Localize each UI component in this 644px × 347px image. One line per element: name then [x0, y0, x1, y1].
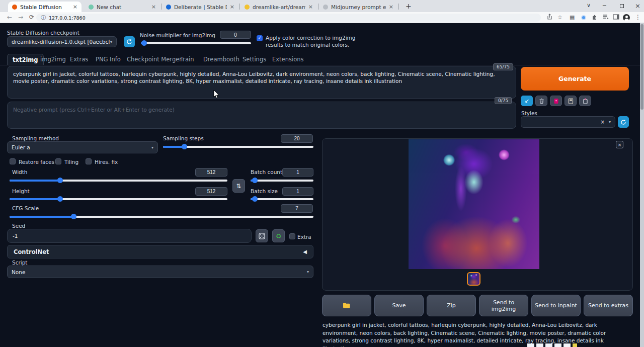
- chevron-down-icon[interactable]: ▾: [609, 120, 611, 124]
- tab-extensions[interactable]: Extensions: [272, 56, 303, 63]
- back-icon[interactable]: ←: [7, 14, 12, 21]
- tab-close-icon[interactable]: ×: [73, 4, 77, 10]
- script-dropdown[interactable]: None ▾: [7, 266, 313, 278]
- batch-count-slider[interactable]: [251, 178, 313, 184]
- browser-menu-chevron-icon[interactable]: ∨: [587, 2, 591, 9]
- tiling-label: Tiling: [64, 159, 78, 165]
- mouse-cursor: [213, 90, 220, 99]
- height-input[interactable]: [195, 187, 227, 196]
- window-close-icon[interactable]: ×: [635, 2, 640, 10]
- sampling-steps-input[interactable]: [281, 134, 313, 143]
- tab-close-icon[interactable]: ×: [389, 4, 393, 10]
- reload-icon[interactable]: ⟳: [29, 14, 34, 21]
- extra-seed-checkbox[interactable]: [289, 233, 295, 239]
- extra-networks-card-icon: [553, 98, 559, 104]
- negative-prompt-textarea[interactable]: [7, 102, 516, 129]
- playlist-icon[interactable]: [603, 14, 609, 20]
- open-folder-button[interactable]: [322, 295, 371, 316]
- controlnet-accordion[interactable]: ControlNet ◀: [7, 245, 313, 258]
- gallery-thumbnail-selected[interactable]: [467, 272, 480, 286]
- sampling-steps-label: Sampling steps: [163, 135, 204, 141]
- extra-networks-button[interactable]: [550, 96, 562, 106]
- forward-icon[interactable]: →: [18, 14, 23, 21]
- styles-dropdown[interactable]: × ▾: [521, 116, 615, 128]
- styles-refresh-button[interactable]: [618, 116, 629, 128]
- trash-icon: [539, 98, 544, 104]
- dice-icon: [259, 233, 265, 239]
- color-correction-checkbox[interactable]: [257, 35, 263, 41]
- tab-settings[interactable]: Settings: [243, 56, 266, 63]
- reuse-seed-button[interactable]: ♻: [272, 229, 285, 242]
- tab-close-icon[interactable]: ×: [230, 4, 234, 10]
- restore-faces-checkbox[interactable]: [10, 158, 16, 164]
- send-to-img2img-button[interactable]: Send to img2img: [479, 295, 528, 316]
- apply-style-button[interactable]: [579, 96, 591, 106]
- tab-img2img[interactable]: img2img: [40, 56, 66, 63]
- sampling-method-label: Sampling method: [12, 135, 59, 141]
- tab-checkpoint-merger[interactable]: Checkpoint Merger: [127, 56, 182, 63]
- gallery-close-button[interactable]: ×: [616, 141, 623, 148]
- paste-generation-params-button[interactable]: ↙: [521, 96, 533, 106]
- batch-count-label: Batch count: [251, 169, 282, 175]
- tab-close-icon[interactable]: ×: [308, 4, 313, 10]
- width-input[interactable]: [195, 168, 227, 177]
- share-icon[interactable]: [546, 14, 553, 20]
- address-bar[interactable]: ⓘ 127.0.0.1:7860: [36, 14, 541, 22]
- zip-button[interactable]: Zip: [427, 295, 476, 316]
- save-button[interactable]: Save: [374, 295, 424, 316]
- styles-clear-icon[interactable]: ×: [601, 119, 605, 125]
- browser-tab-new-chat[interactable]: New chat ×: [85, 2, 160, 12]
- tab-close-icon[interactable]: ×: [151, 4, 156, 10]
- seed-input[interactable]: [7, 229, 252, 243]
- window-restore-icon[interactable]: [620, 4, 624, 8]
- browser-tab-stable-diffusion[interactable]: Stable Diffusion ×: [8, 2, 82, 12]
- tab-extras[interactable]: Extras: [70, 56, 88, 63]
- new-tab-button[interactable]: +: [406, 2, 412, 10]
- batch-size-slider[interactable]: [251, 196, 313, 202]
- tab-dreambooth[interactable]: Dreambooth: [203, 56, 239, 63]
- media-grid-icon[interactable]: ▦: [570, 14, 575, 21]
- sampling-steps-slider[interactable]: [163, 144, 313, 150]
- extensions-puzzle-icon[interactable]: [592, 14, 598, 20]
- hires-fix-checkbox[interactable]: [86, 158, 92, 164]
- height-slider[interactable]: [10, 196, 227, 202]
- cfg-scale-input[interactable]: [281, 204, 313, 213]
- sidebar-panel-icon[interactable]: [613, 14, 619, 20]
- random-seed-button[interactable]: [256, 229, 268, 242]
- tab-png-info[interactable]: PNG Info: [96, 56, 121, 63]
- tab-separator: [161, 4, 162, 10]
- save-style-button[interactable]: [565, 96, 577, 106]
- tab-txt2img[interactable]: txt2img: [7, 54, 44, 65]
- page-scrollbar[interactable]: [640, 23, 644, 347]
- browser-tab-deliberate[interactable]: Deliberate | Stable Diffusion Che ×: [162, 2, 238, 12]
- noise-multiplier-input[interactable]: [220, 31, 251, 39]
- checkpoint-dropdown[interactable]: dreamlike-diffusion-1.0.ckpt [0aecbcfa2c…: [7, 36, 117, 47]
- tab-title: Deliberate | Stable Diffusion Che: [174, 4, 227, 10]
- scrollbar-thumb[interactable]: [640, 24, 643, 110]
- send-to-extras-button[interactable]: Send to extras: [584, 295, 633, 316]
- width-slider[interactable]: [10, 178, 227, 184]
- batch-size-input[interactable]: [282, 187, 313, 196]
- checkpoint-refresh-button[interactable]: [124, 36, 135, 47]
- tab-train[interactable]: Train: [180, 56, 194, 63]
- noise-multiplier-slider[interactable]: [141, 40, 251, 46]
- paste-arrow-icon: ↙: [524, 98, 529, 104]
- window-minimize-icon[interactable]: ─: [603, 2, 606, 9]
- bookmark-star-icon[interactable]: ☆: [557, 14, 562, 21]
- swap-dimensions-button[interactable]: ⇅: [232, 179, 245, 193]
- tiling-checkbox[interactable]: [55, 158, 61, 164]
- browser-menu-dots-icon[interactable]: ⋮: [635, 14, 641, 21]
- prompt-textarea[interactable]: [7, 66, 516, 99]
- browser-tab-dreamlike[interactable]: dreamlike-art/dreamlike-diffusio ×: [240, 2, 317, 12]
- send-to-inpaint-button[interactable]: Send to inpaint: [531, 295, 581, 316]
- cfg-scale-slider[interactable]: [10, 214, 313, 220]
- browser-tab-midjourney[interactable]: Midjourney prompt examples : L ×: [319, 2, 397, 12]
- batch-count-input[interactable]: [282, 168, 313, 177]
- sampling-method-dropdown[interactable]: Euler a ▾: [7, 141, 158, 153]
- extension-blue-icon[interactable]: [581, 15, 586, 20]
- clear-prompt-button[interactable]: [535, 96, 547, 106]
- site-info-icon[interactable]: ⓘ: [41, 14, 46, 21]
- generated-image[interactable]: [409, 139, 539, 269]
- generate-button[interactable]: Generate: [521, 67, 629, 91]
- profile-avatar[interactable]: [623, 14, 630, 21]
